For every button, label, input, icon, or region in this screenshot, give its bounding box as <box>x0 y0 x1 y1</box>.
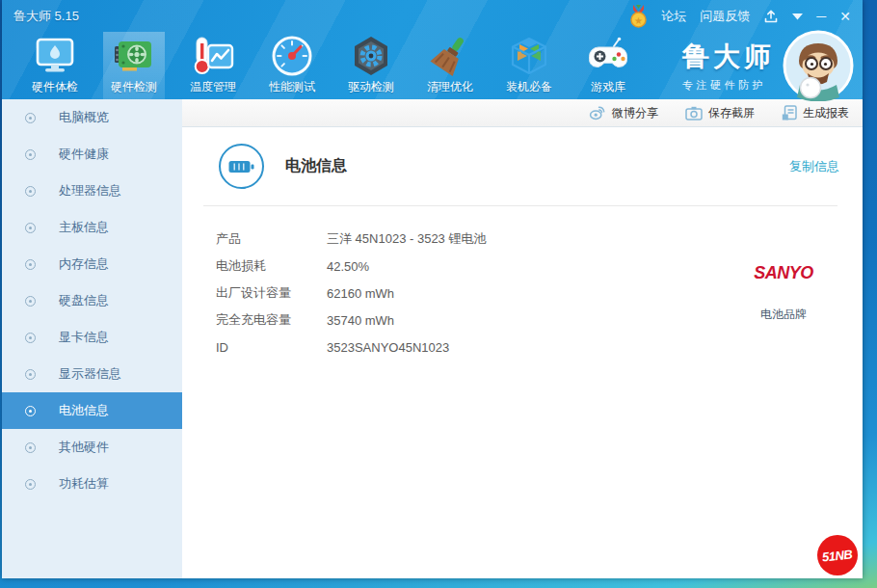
sidebar-item-label: 处理器信息 <box>59 182 121 200</box>
titlebar: 鲁大师 5.15 ★ 论坛 问题反馈 <box>2 0 863 32</box>
sidebar-item-motherboard[interactable]: 主板信息 <box>2 209 182 246</box>
radio-bullet-icon <box>25 223 36 233</box>
save-screenshot-label: 保存截屏 <box>708 105 755 121</box>
tab-temperature[interactable]: 温度管理 <box>182 32 244 99</box>
row-value: 62160 mWh <box>327 286 394 301</box>
tab-essentials[interactable]: 装机必备 <box>498 32 560 99</box>
sidebar-item-label: 内存信息 <box>59 255 109 273</box>
sidebar-item-memory[interactable]: 内存信息 <box>2 246 182 282</box>
sidebar-item-gpu[interactable]: 显卡信息 <box>2 319 182 356</box>
sidebar-item-label: 硬件健康 <box>59 146 109 163</box>
tab-label: 清理优化 <box>427 79 473 95</box>
titlebar-controls: ★ 论坛 问题反馈 ─ ✕ <box>629 5 851 28</box>
tab-cleanup[interactable]: 清理优化 <box>419 32 481 99</box>
tab-driver[interactable]: 驱动检测 <box>340 32 402 99</box>
actionbar: 微博分享 保存截屏 生成报表 <box>182 99 863 127</box>
dropdown-caret-icon[interactable] <box>792 13 803 20</box>
radio-bullet-icon <box>25 113 36 123</box>
row-label: 出厂设计容量 <box>216 284 327 302</box>
report-icon <box>782 105 797 120</box>
main-panel: 微博分享 保存截屏 生成报表 <box>182 99 863 578</box>
sidebar-item-other[interactable]: 其他硬件 <box>2 429 182 466</box>
tab-label: 装机必备 <box>506 79 552 95</box>
tab-label: 游戏库 <box>591 79 625 95</box>
row-value: 三洋 45N1023 - 3523 锂电池 <box>327 230 486 248</box>
brand-logo: 鲁大师 <box>682 39 775 75</box>
sidebar-item-label: 主板信息 <box>59 219 109 236</box>
row-label: 完全充电容量 <box>216 311 327 329</box>
minimize-button[interactable]: ─ <box>816 10 826 23</box>
gamepad-icon <box>587 35 629 77</box>
upload-icon[interactable] <box>763 9 779 24</box>
generate-report-button[interactable]: 生成报表 <box>782 105 849 121</box>
sidebar-item-label: 显示器信息 <box>59 365 121 383</box>
sidebar-item-battery[interactable]: 电池信息 <box>2 392 182 429</box>
battery-brand-label: 电池品牌 <box>747 307 820 323</box>
tab-performance[interactable]: 性能测试 <box>261 32 323 99</box>
page-title: 电池信息 <box>285 156 347 176</box>
sidebar-item-health[interactable]: 硬件健康 <box>2 136 182 173</box>
medal-icon[interactable]: ★ <box>629 5 648 28</box>
watermark-51nb: 51NB <box>817 535 858 575</box>
divider <box>203 205 837 206</box>
copy-info-link[interactable]: 复制信息 <box>789 158 839 175</box>
sidebar-item-label: 显卡信息 <box>59 329 109 346</box>
close-button[interactable]: ✕ <box>839 10 851 23</box>
tab-games[interactable]: 游戏库 <box>577 32 639 99</box>
radio-bullet-icon <box>25 149 36 160</box>
battery-brand-box: SANYO 电池品牌 <box>747 247 820 323</box>
radio-bullet-icon <box>25 296 36 307</box>
radio-bullet-icon <box>25 442 36 453</box>
sidebar-item-label: 硬盘信息 <box>59 292 109 309</box>
tab-label: 硬件体检 <box>32 79 78 95</box>
radio-bullet-icon <box>25 406 36 416</box>
generate-report-label: 生成报表 <box>803 105 849 121</box>
cube-box-icon <box>508 35 550 77</box>
camera-icon <box>685 106 703 120</box>
radio-bullet-icon <box>25 333 36 343</box>
forum-link[interactable]: 论坛 <box>661 10 686 22</box>
body-row: 电脑概览 硬件健康 处理器信息 主板信息 内存信息 硬盘信息 <box>2 99 863 578</box>
svg-text:★: ★ <box>634 14 643 25</box>
tab-hardware-detect[interactable]: 硬件检测 <box>103 32 165 99</box>
tab-hardware-checkup[interactable]: 硬件体检 <box>24 32 86 99</box>
app-window: 鲁大师 5.15 ★ 论坛 问题反馈 <box>2 0 863 578</box>
tab-label: 温度管理 <box>190 79 236 95</box>
sidebar-item-label: 电脑概览 <box>59 109 109 126</box>
save-screenshot-button[interactable]: 保存截屏 <box>685 105 755 121</box>
tab-label: 性能测试 <box>269 79 315 95</box>
main-toolbar: 硬件体检 <box>2 32 863 99</box>
radio-bullet-icon <box>25 259 36 270</box>
sidebar-item-cpu[interactable]: 处理器信息 <box>2 173 182 209</box>
row-value: 35740 mWh <box>327 313 394 328</box>
sanyo-logo-text: SANYO <box>754 263 813 283</box>
window-title: 鲁大师 5.15 <box>13 8 79 25</box>
row-value: 42.50% <box>327 259 369 274</box>
feedback-link[interactable]: 问题反馈 <box>700 10 750 22</box>
monitor-icon <box>34 35 76 77</box>
brand-tagline: 专注硬件防护 <box>682 78 775 93</box>
sidebar-item-display[interactable]: 显示器信息 <box>2 356 182 392</box>
header: 鲁大师 5.15 ★ 论坛 问题反馈 <box>2 0 863 99</box>
weibo-share-label: 微博分享 <box>612 105 658 121</box>
gauge-icon <box>271 35 313 77</box>
sidebar-item-disk[interactable]: 硬盘信息 <box>2 282 182 319</box>
gear-hexagon-icon <box>350 35 392 77</box>
radio-bullet-icon <box>25 186 36 197</box>
weibo-icon <box>589 105 606 120</box>
content-header: 电池信息 复制信息 <box>219 144 839 189</box>
sidebar-item-label: 电池信息 <box>59 402 109 419</box>
radio-bullet-icon <box>25 369 36 380</box>
radio-bullet-icon <box>25 479 36 490</box>
row-label: ID <box>216 340 327 355</box>
battery-info-page: 电池信息 复制信息 产品 三洋 45N1023 - 3523 锂电池 电池损耗 … <box>182 127 863 578</box>
sidebar: 电脑概览 硬件健康 处理器信息 主板信息 内存信息 硬盘信息 <box>2 99 182 578</box>
mascot-avatar[interactable] <box>783 30 854 101</box>
weibo-share-button[interactable]: 微博分享 <box>589 105 658 121</box>
sidebar-item-overview[interactable]: 电脑概览 <box>2 99 182 136</box>
sidebar-item-power[interactable]: 功耗估算 <box>2 466 182 502</box>
gpu-card-icon <box>113 35 155 77</box>
sanyo-logo: SANYO <box>747 247 820 299</box>
broom-icon <box>429 35 471 77</box>
tab-label: 硬件检测 <box>111 79 157 95</box>
